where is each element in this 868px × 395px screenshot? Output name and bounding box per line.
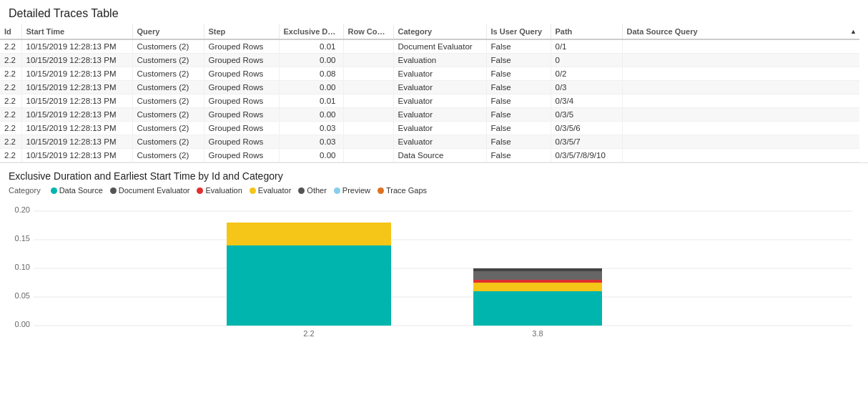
y-label-010: 0.10: [15, 263, 30, 271]
table-cell: Customers (2): [132, 67, 204, 81]
table-cell: 2.2: [0, 122, 21, 135]
table-cell: False: [486, 39, 551, 54]
table-cell: Evaluator: [393, 67, 486, 81]
table-cell: Grouped Rows: [204, 108, 279, 122]
legend-item-other: Other: [298, 186, 327, 195]
legend-text-datasource: Data Source: [59, 186, 103, 195]
table-cell: 10/15/2019 12:28:13 PM: [21, 54, 132, 67]
col-header-path[interactable]: Path: [551, 24, 622, 39]
table-cell: Evaluator: [393, 135, 486, 149]
legend-text-other: Other: [307, 186, 327, 195]
table-cell: Grouped Rows: [204, 67, 279, 81]
table-cell: 0.03: [279, 122, 343, 135]
table-cell: False: [486, 81, 551, 94]
table-cell: Customers (2): [132, 39, 204, 54]
table-cell: [622, 54, 859, 67]
table-cell: [622, 67, 859, 81]
table-cell: [622, 122, 859, 135]
table-cell: Evaluation: [393, 54, 486, 67]
col-header-row-count[interactable]: Row Count: [343, 24, 393, 39]
table-cell: Customers (2): [132, 122, 204, 135]
table-cell: [343, 81, 393, 94]
table-cell: False: [486, 149, 551, 162]
col-header-category[interactable]: Category: [393, 24, 486, 39]
sort-arrow-icon: ▲: [850, 28, 857, 35]
table-header-row: Id Start Time Query Step Exclusive Durat…: [0, 24, 859, 39]
table-cell: [343, 108, 393, 122]
table-cell: False: [486, 135, 551, 149]
table-body: 2.210/15/2019 12:28:13 PMCustomers (2)Gr…: [0, 39, 859, 162]
y-label-000: 0.00: [15, 320, 30, 328]
legend-dot-doc-eval: [110, 187, 117, 194]
chart-section: Exclusive Duration and Earliest Start Ti…: [0, 163, 868, 360]
x-label-22: 2.2: [303, 329, 314, 338]
table-cell: [343, 94, 393, 108]
table-row: 2.210/15/2019 12:28:13 PMCustomers (2)Gr…: [0, 135, 859, 149]
table-cell: [343, 149, 393, 162]
table-cell: Grouped Rows: [204, 39, 279, 54]
legend-dot-other: [298, 187, 305, 194]
legend-dot-evaluator: [250, 187, 256, 194]
table-cell: Grouped Rows: [204, 54, 279, 67]
table-cell: Evaluator: [393, 108, 486, 122]
legend-item-evaluator: Evaluator: [250, 186, 291, 195]
legend-dot-evaluation: [197, 187, 203, 194]
legend-dot-trace-gaps: [378, 187, 384, 194]
table-cell: Evaluator: [393, 81, 486, 94]
bar-22-evaluator: [227, 223, 391, 245]
table-cell: 2.2: [0, 54, 21, 67]
table-cell: 10/15/2019 12:28:13 PM: [21, 135, 132, 149]
table-cell: Grouped Rows: [204, 135, 279, 149]
table-cell: Data Source: [393, 149, 486, 162]
table-cell: 0.01: [279, 39, 343, 54]
legend-item-evaluation: Evaluation: [197, 186, 242, 195]
table-cell: 0/3: [551, 81, 622, 94]
table-cell: [622, 39, 859, 54]
col-header-data-source-query[interactable]: Data Source Query ▲: [622, 24, 859, 39]
table-cell: Evaluator: [393, 94, 486, 108]
table-cell: 10/15/2019 12:28:13 PM: [21, 67, 132, 81]
table-cell: [343, 122, 393, 135]
col-header-query[interactable]: Query: [132, 24, 204, 39]
table-row: 2.210/15/2019 12:28:13 PMCustomers (2)Gr…: [0, 94, 859, 108]
table-row: 2.210/15/2019 12:28:13 PMCustomers (2)Gr…: [0, 108, 859, 122]
legend-dot-preview: [334, 187, 340, 194]
table-cell: False: [486, 54, 551, 67]
table-cell: Customers (2): [132, 54, 204, 67]
col-header-id[interactable]: Id: [0, 24, 21, 39]
table-cell: Grouped Rows: [204, 149, 279, 162]
col-header-step[interactable]: Step: [204, 24, 279, 39]
table-cell: 0.00: [279, 108, 343, 122]
y-label-005: 0.05: [15, 291, 30, 300]
col-header-exclusive-duration[interactable]: Exclusive Duration (%): [279, 24, 343, 39]
table-cell: Grouped Rows: [204, 81, 279, 94]
table-row: 2.210/15/2019 12:28:13 PMCustomers (2)Gr…: [0, 67, 859, 81]
table-cell: False: [486, 122, 551, 135]
legend-text-evaluator: Evaluator: [258, 186, 291, 195]
table-cell: 0.00: [279, 149, 343, 162]
bar-38-datasource: [473, 291, 602, 326]
table-cell: Customers (2): [132, 94, 204, 108]
table-row: 2.210/15/2019 12:28:13 PMCustomers (2)Gr…: [0, 39, 859, 54]
col-header-is-user-query[interactable]: Is User Query: [486, 24, 551, 39]
table-cell: [622, 108, 859, 122]
legend-text-evaluation: Evaluation: [205, 186, 242, 195]
table-cell: [622, 81, 859, 94]
table-row: 2.210/15/2019 12:28:13 PMCustomers (2)Gr…: [0, 149, 859, 162]
table-cell: Grouped Rows: [204, 94, 279, 108]
table-cell: 0.00: [279, 81, 343, 94]
bar-38-other: [473, 271, 602, 280]
table-cell: Customers (2): [132, 108, 204, 122]
table-cell: [343, 39, 393, 54]
legend-item-datasource: Data Source: [51, 186, 103, 195]
table-cell: 10/15/2019 12:28:13 PM: [21, 81, 132, 94]
table-cell: False: [486, 94, 551, 108]
table-cell: 2.2: [0, 81, 21, 94]
legend-text-trace-gaps: Trace Gaps: [386, 186, 427, 195]
legend-text-doc-eval: Document Evaluator: [119, 186, 190, 195]
bar-38-evaluation: [473, 280, 602, 283]
col-header-start-time[interactable]: Start Time: [21, 24, 132, 39]
bar-22-datasource: [227, 245, 391, 326]
table-cell: 2.2: [0, 108, 21, 122]
table-row: 2.210/15/2019 12:28:13 PMCustomers (2)Gr…: [0, 81, 859, 94]
